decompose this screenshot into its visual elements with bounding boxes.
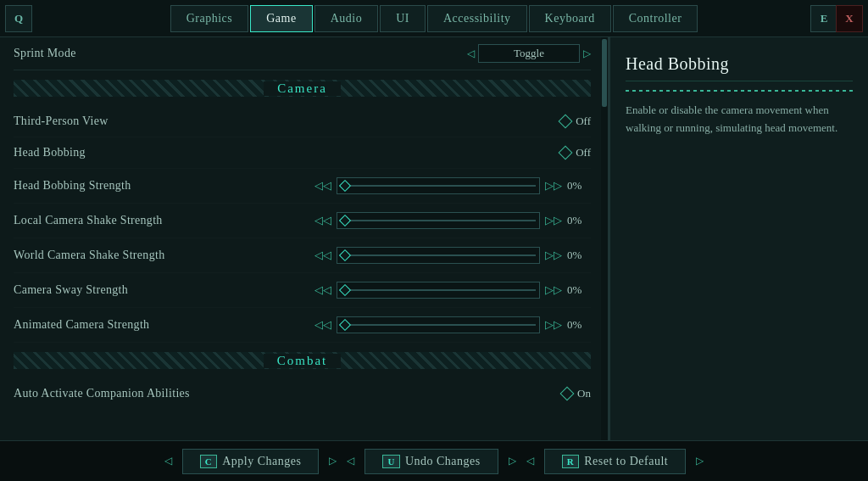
sprint-mode-left-arrow[interactable]: ◁ [467, 48, 475, 60]
head-bobbing-row: Head Bobbing Off [14, 137, 591, 169]
slider-thumb-4 [339, 284, 351, 296]
slider-track-3[interactable] [337, 247, 540, 264]
world-camera-shake-label: World Camera Shake Strength [14, 249, 164, 262]
nav-q-button[interactable]: Q [5, 5, 32, 32]
head-bobbing-label: Head Bobbing [14, 146, 86, 159]
tab-accessibility[interactable]: Accessibility [427, 5, 527, 32]
slider-thumb-3 [339, 249, 351, 261]
info-panel: Head Bobbing Enable or disable the camer… [609, 37, 868, 440]
reset-to-default-button[interactable]: R Reset to Default [544, 449, 686, 474]
info-description: Enable or disable the camera movement wh… [626, 102, 853, 137]
auto-activate-control[interactable]: On [562, 387, 591, 400]
main-content: Sprint Mode ◁ Toggle ▷ Camera Third-Pers… [0, 37, 868, 440]
reset-left-chevron: ◁ [526, 455, 534, 467]
slider-inner-5 [341, 324, 536, 326]
settings-list: Sprint Mode ◁ Toggle ▷ Camera Third-Pers… [0, 37, 608, 409]
auto-activate-label: Auto Activate Companion Abilities [14, 387, 190, 400]
slider-left-arrows-3: ◁◁ [314, 249, 331, 262]
sprint-mode-control[interactable]: ◁ Toggle ▷ [467, 44, 591, 63]
world-camera-shake-control[interactable]: ◁◁ ▷▷ 0% [314, 247, 591, 264]
camera-sway-label: Camera Sway Strength [14, 283, 128, 297]
slider-inner-4 [341, 289, 536, 291]
head-bobbing-control[interactable]: Off [560, 146, 591, 159]
apply-key: C [200, 455, 217, 468]
world-camera-shake-value: 0% [567, 249, 591, 262]
settings-panel: Sprint Mode ◁ Toggle ▷ Camera Third-Pers… [0, 37, 609, 440]
head-bobbing-value: Off [576, 146, 591, 159]
slider-right-arrows-5: ▷▷ [545, 318, 562, 332]
slider-right-arrows: ▷▷ [545, 179, 562, 193]
slider-track[interactable] [337, 177, 540, 194]
apply-changes-button[interactable]: C Apply Changes [182, 449, 320, 474]
reset-label: Reset to Default [584, 455, 668, 468]
slider-left-arrows-2: ◁◁ [314, 214, 331, 227]
camera-section-divider: Camera [14, 76, 591, 101]
camera-sway-value: 0% [567, 283, 591, 297]
slider-inner [341, 185, 536, 187]
scrollbar[interactable] [601, 37, 608, 440]
undo-changes-button[interactable]: U Undo Changes [364, 449, 498, 474]
slider-right-arrows-3: ▷▷ [545, 249, 562, 262]
tab-game[interactable]: Game [250, 5, 312, 32]
head-bobbing-strength-row: Head Bobbing Strength ◁◁ ▷▷ 0% [14, 169, 591, 204]
reset-key: R [562, 455, 579, 468]
slider-left-arrows: ◁◁ [314, 179, 331, 193]
sprint-mode-row: Sprint Mode ◁ Toggle ▷ [14, 37, 591, 70]
local-camera-shake-control[interactable]: ◁◁ ▷▷ 0% [314, 212, 591, 229]
tab-keyboard[interactable]: Keyboard [529, 5, 611, 32]
info-title-underline [626, 90, 853, 92]
head-bobbing-strength-control[interactable]: ◁◁ ▷▷ 0% [314, 177, 591, 194]
sprint-mode-label: Sprint Mode [14, 47, 76, 60]
camera-sway-control[interactable]: ◁◁ ▷▷ 0% [314, 282, 591, 299]
tab-ui[interactable]: UI [380, 5, 426, 32]
slider-left-arrows-5: ◁◁ [314, 318, 331, 332]
third-person-view-control[interactable]: Off [560, 115, 591, 128]
slider-inner-2 [341, 220, 536, 221]
camera-sway-row: Camera Sway Strength ◁◁ ▷▷ 0% [14, 273, 591, 308]
diamond-icon-3 [560, 387, 575, 401]
auto-activate-value: On [577, 387, 591, 400]
scrollbar-thumb[interactable] [602, 39, 607, 107]
undo-key: U [382, 455, 399, 468]
tab-audio[interactable]: Audio [314, 5, 379, 32]
head-bobbing-strength-label: Head Bobbing Strength [14, 179, 131, 193]
animated-camera-row: Animated Camera Strength ◁◁ ▷▷ 0% [14, 308, 591, 343]
apply-left-chevron: ◁ [164, 455, 172, 467]
tab-graphics[interactable]: Graphics [170, 5, 249, 32]
diamond-icon-2 [559, 146, 573, 160]
camera-section-title: Camera [264, 81, 341, 96]
slider-thumb-5 [339, 319, 351, 331]
combat-section-divider: Combat [14, 348, 591, 373]
top-navigation: Q Graphics Game Audio UI Accessibility K… [0, 0, 868, 37]
slider-track-4[interactable] [337, 282, 540, 299]
info-title: Head Bobbing [626, 54, 853, 81]
reset-right-chevron: ▷ [696, 455, 704, 467]
slider-right-arrows-2: ▷▷ [545, 214, 562, 227]
animated-camera-control[interactable]: ◁◁ ▷▷ 0% [314, 316, 591, 333]
auto-activate-row: Auto Activate Companion Abilities On [14, 378, 591, 409]
undo-label: Undo Changes [405, 455, 481, 468]
combat-section-title: Combat [264, 354, 342, 368]
world-camera-shake-row: World Camera Shake Strength ◁◁ ▷▷ 0% [14, 238, 591, 273]
nav-e-button[interactable]: E [810, 5, 837, 32]
nav-close-button[interactable]: X [836, 5, 863, 32]
apply-label: Apply Changes [222, 455, 301, 468]
tab-controller[interactable]: Controller [613, 5, 698, 32]
third-person-view-value: Off [576, 115, 591, 128]
undo-left-chevron: ◁ [347, 455, 354, 467]
local-camera-shake-label: Local Camera Shake Strength [14, 214, 163, 227]
sprint-mode-right-arrow[interactable]: ▷ [583, 48, 591, 60]
undo-right-chevron: ▷ [509, 455, 516, 467]
diamond-icon [559, 115, 573, 129]
third-person-view-row: Third-Person View Off [14, 106, 591, 137]
third-person-view-label: Third-Person View [14, 115, 108, 128]
slider-track-5[interactable] [337, 316, 540, 333]
local-camera-shake-row: Local Camera Shake Strength ◁◁ ▷▷ 0% [14, 204, 591, 238]
apply-right-chevron: ▷ [329, 455, 337, 467]
slider-inner-3 [341, 254, 536, 256]
slider-track-2[interactable] [337, 212, 540, 229]
slider-thumb-2 [339, 215, 351, 227]
local-camera-shake-value: 0% [567, 214, 591, 227]
animated-camera-label: Animated Camera Strength [14, 318, 149, 332]
slider-thumb [339, 180, 351, 192]
